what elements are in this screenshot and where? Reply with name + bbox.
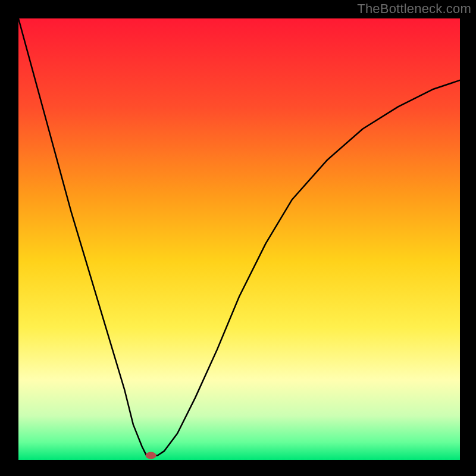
optimal-point (146, 452, 156, 459)
plot-background (18, 18, 460, 460)
bottleneck-chart (0, 0, 476, 476)
chart-frame: TheBottleneck.com (0, 0, 476, 476)
